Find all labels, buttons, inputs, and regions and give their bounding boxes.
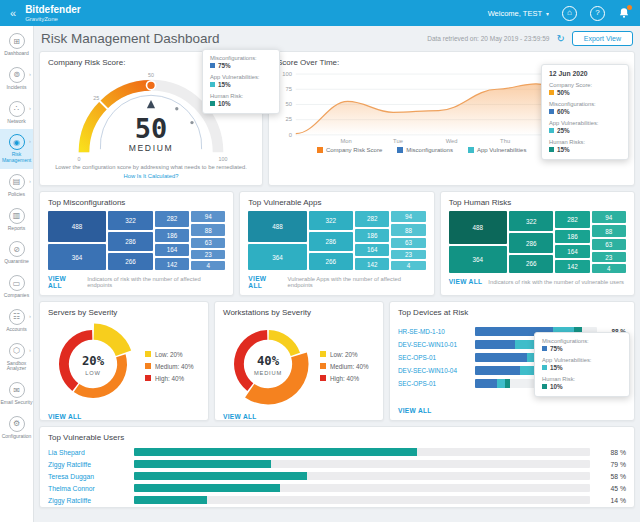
device-name-link[interactable]: SEC-OPS-01 [398,354,470,361]
sidebar-item-email-security[interactable]: ✉Email Security [0,377,33,411]
treemap-cell[interactable]: 94 [592,211,626,223]
treemap-cell[interactable]: 488 [449,211,507,244]
treemap-cell[interactable]: 88 [191,224,225,235]
treemap-cell[interactable]: 364 [248,244,306,270]
treemap-cell[interactable]: 186 [555,230,589,244]
treemap-cell[interactable]: 23 [391,250,425,259]
treemap-cell[interactable]: 88 [391,224,425,235]
treemap-cell[interactable]: 94 [391,211,425,222]
reports-icon: ▥ [9,208,25,224]
user-risk-percent: 58 % [598,473,626,480]
device-name-link[interactable]: DEV-SEC-WIN10-04 [398,367,470,374]
treemap-column: 948863234 [391,211,425,270]
bar-segment [475,366,520,375]
treemap-cell[interactable]: 4 [592,264,626,273]
treemap-cell[interactable]: 164 [155,244,189,257]
treemap-column: 282186164142 [555,211,589,273]
sidebar-item-accounts[interactable]: ☷Accounts› [0,304,33,338]
notifications-bell-icon[interactable] [618,7,630,19]
export-view-button[interactable]: Export View [572,31,633,46]
treemap-cell[interactable]: 94 [191,211,225,222]
sidebar-item-companies[interactable]: ▭Companies [0,270,33,304]
user-menu[interactable]: Welcome, TEST ▾ [488,9,549,18]
svg-text:Mon: Mon [340,139,351,145]
treemap-cell[interactable]: 322 [309,211,354,230]
sidebar-item-network[interactable]: ∴Network› [0,96,33,130]
tooltip-item-label: App Vulnerabilities: [210,74,272,80]
view-all-link[interactable]: VIEW ALL [398,407,626,414]
treemap-cell[interactable]: 266 [309,253,354,271]
incidents-icon: ⊚ [9,67,25,83]
treemap-cell[interactable]: 142 [155,258,189,270]
svg-text:LOW: LOW [85,370,100,376]
treemap-cell[interactable]: 266 [108,253,153,271]
tooltip-item: App Vulnerabilities:15% [542,357,622,371]
user-name-link[interactable]: Lia Shepard [48,449,126,456]
treemap-cell[interactable]: 322 [509,211,554,231]
view-all-link[interactable]: VIEW ALL [223,413,375,420]
treemap-cell[interactable]: 164 [355,244,389,257]
treemap-cell[interactable]: 282 [555,211,589,228]
sidebar-item-quarantine[interactable]: ⊘Quarantine [0,236,33,270]
device-name-link[interactable]: HR-SE-MD-1-10 [398,328,470,335]
treemap-cell[interactable]: 164 [555,245,589,258]
treemap-cell[interactable]: 266 [509,255,554,273]
legend-swatch [145,363,151,369]
legend-swatch [542,346,547,351]
treemap-cell[interactable]: 23 [592,252,626,262]
treemap-cell[interactable]: 282 [355,211,389,227]
view-all-link[interactable]: VIEW ALL [48,413,200,420]
treemap-cell[interactable]: 364 [449,246,507,273]
treemap-cell[interactable]: 23 [191,250,225,259]
how-calculated-link[interactable]: How Is It Calculated? [124,173,179,179]
treemap-cell[interactable]: 286 [509,233,554,252]
view-all-link[interactable]: VIEW ALL [48,275,81,289]
treemap-cell[interactable]: 282 [155,211,189,227]
treemap-cell[interactable]: 488 [48,211,106,242]
sidebar-item-policies[interactable]: ▤Policies› [0,169,33,203]
treemap-cell[interactable]: 4 [391,261,425,270]
device-name-link[interactable]: DEV-SEC-WIN10-01 [398,341,470,348]
help-icon[interactable]: ? [590,6,605,21]
treemap-cell[interactable]: 488 [248,211,306,242]
treemap-cell[interactable]: 186 [155,229,189,242]
email-security-icon: ✉ [9,382,25,398]
treemap-cell[interactable]: 4 [191,261,225,270]
svg-text:Thu: Thu [500,139,510,145]
treemap-cell[interactable]: 63 [191,238,225,248]
treemap-cell[interactable]: 322 [108,211,153,230]
collapse-sidebar-icon[interactable]: « [10,7,16,19]
treemap-cell[interactable]: 142 [355,258,389,270]
sidebar-item-risk-management[interactable]: ◉Risk Management› [0,129,33,169]
sidebar-item-dashboard[interactable]: ⊞Dashboard [0,28,33,62]
treemap-cell[interactable]: 364 [48,244,106,270]
treemap-cell[interactable]: 142 [555,260,589,273]
treemap-cell[interactable]: 88 [592,225,626,237]
header-actions: Welcome, TEST ▾ ⌂ ? [488,6,630,21]
user-name-link[interactable]: Teresa Duggan [48,473,126,480]
view-all-link[interactable]: VIEW ALL [248,275,281,289]
treemap-cell[interactable]: 286 [108,232,153,250]
user-risk-percent: 14 % [598,497,626,504]
legend-item: Misconfigurations [397,147,453,153]
treemap-cell[interactable]: 63 [391,238,425,248]
sidebar-item-reports[interactable]: ▥Reports [0,203,33,237]
sidebar-item-configuration[interactable]: ⚙Configuration [0,411,33,445]
treemap-cell[interactable]: 186 [355,229,389,242]
user-name-link[interactable]: Thelma Connor [48,485,126,492]
user-name-link[interactable]: Ziggy Ratcliffe [48,461,126,468]
treemap-cell[interactable]: 286 [309,232,354,250]
sidebar-item-incidents[interactable]: ⊚Incidents› [0,62,33,96]
sidebar-item-sandbox-analyzer[interactable]: ⬡Sandbox Analyzer› [0,338,33,378]
sidebar-item-label: Incidents [6,85,26,91]
home-icon[interactable]: ⌂ [562,6,577,21]
refresh-icon[interactable]: ↻ [556,34,564,44]
treemap-cell[interactable]: 63 [592,239,626,250]
user-name-link[interactable]: Ziggy Ratcliffe [48,497,126,504]
view-all-link[interactable]: VIEW ALL [449,278,483,285]
sandbox-analyzer-icon: ⬡ [9,343,25,359]
svg-text:50: 50 [135,113,167,144]
device-name-link[interactable]: SEC-OPS-01 [398,380,470,387]
tooltip-item: App Vulnerabilities:15% [210,74,272,88]
bar-segment [520,366,533,375]
